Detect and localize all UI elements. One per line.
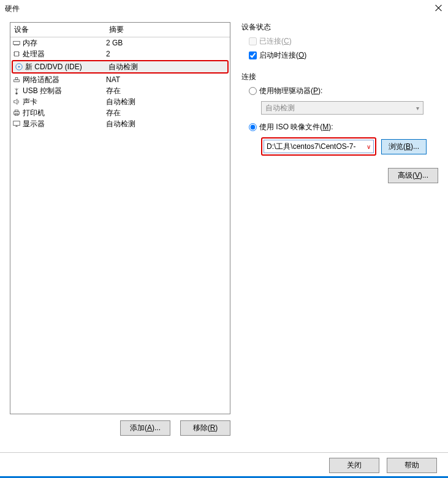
use-iso-input[interactable] xyxy=(249,123,257,131)
add-button[interactable]: 添加(A)... xyxy=(120,420,170,436)
device-summary: 存在 xyxy=(106,108,230,118)
usb-icon xyxy=(12,86,21,96)
svg-rect-0 xyxy=(13,41,20,44)
sound-icon xyxy=(12,97,21,107)
remove-button[interactable]: 移除(R) xyxy=(180,420,230,436)
memory-icon xyxy=(12,38,21,48)
device-summary: 2 xyxy=(106,50,230,58)
use-physical-radio[interactable]: 使用物理驱动器(P): xyxy=(249,86,438,96)
device-row[interactable]: 新 CD/DVD (IDE)自动检测 xyxy=(12,60,229,74)
close-button[interactable]: 关闭 xyxy=(329,458,379,473)
device-name: 显示器 xyxy=(23,119,45,129)
device-row[interactable]: 打印机存在 xyxy=(10,107,230,118)
device-row[interactable]: 内存2 GB xyxy=(10,37,230,48)
column-summary[interactable]: 摘要 xyxy=(105,25,230,35)
device-summary: NAT xyxy=(106,75,230,84)
device-name: 网络适配器 xyxy=(23,75,59,85)
device-name: USB 控制器 xyxy=(23,86,62,96)
svg-point-12 xyxy=(18,66,20,68)
svg-rect-14 xyxy=(15,78,18,80)
iso-path-combo[interactable]: D:\工具\centos7\CentOS-7- ∨ xyxy=(264,140,374,153)
advanced-button[interactable]: 高级(V)... xyxy=(388,168,438,183)
device-summary: 自动检测 xyxy=(106,97,230,107)
use-physical-input[interactable] xyxy=(249,87,257,95)
connection-title: 连接 xyxy=(241,72,438,82)
device-state-group: 设备状态 已连接(C) 启动时连接(O) xyxy=(241,22,438,61)
connect-at-power-input[interactable] xyxy=(249,51,257,59)
device-row[interactable]: 网络适配器NAT xyxy=(10,74,230,85)
connected-input xyxy=(249,37,257,45)
cpu-icon xyxy=(12,49,21,59)
svg-point-15 xyxy=(15,93,18,95)
device-name: 新 CD/DVD (IDE) xyxy=(25,62,82,72)
device-summary: 2 GB xyxy=(106,39,230,47)
svg-rect-13 xyxy=(14,80,20,82)
svg-rect-22 xyxy=(13,121,20,126)
connect-at-power-checkbox[interactable]: 启动时连接(O) xyxy=(249,50,438,61)
device-summary: 自动检测 xyxy=(106,119,230,129)
device-row[interactable]: USB 控制器存在 xyxy=(10,85,230,96)
device-row[interactable]: 声卡自动检测 xyxy=(10,96,230,107)
use-iso-radio[interactable]: 使用 ISO 映像文件(M): xyxy=(249,122,438,132)
device-summary: 自动检测 xyxy=(108,62,227,72)
device-state-title: 设备状态 xyxy=(241,22,438,32)
printer-icon xyxy=(12,108,21,118)
iso-path-value: D:\工具\centos7\CentOS-7- xyxy=(267,142,355,152)
svg-rect-6 xyxy=(15,52,19,56)
device-name: 打印机 xyxy=(23,108,45,118)
svg-rect-20 xyxy=(15,110,18,112)
window-title: 硬件 xyxy=(5,4,20,14)
chevron-down-icon: ▾ xyxy=(416,105,419,112)
help-button[interactable]: 帮助 xyxy=(387,458,437,473)
cd-icon xyxy=(14,62,24,72)
device-list: 设备 摘要 内存2 GB处理器2新 CD/DVD (IDE)自动检测网络适配器N… xyxy=(10,22,230,414)
device-summary: 存在 xyxy=(106,86,230,96)
connected-checkbox: 已连接(C) xyxy=(249,36,438,47)
device-name: 处理器 xyxy=(23,49,45,59)
chevron-down-icon[interactable]: ∨ xyxy=(366,143,371,150)
physical-drive-value: 自动检测 xyxy=(265,103,295,113)
physical-drive-combo: 自动检测 ▾ xyxy=(261,101,423,115)
browse-button[interactable]: 浏览(B)... xyxy=(381,139,427,154)
display-icon xyxy=(12,119,21,129)
device-name: 声卡 xyxy=(23,97,37,107)
network-icon xyxy=(12,75,21,85)
device-row[interactable]: 处理器2 xyxy=(10,48,230,59)
column-device[interactable]: 设备 xyxy=(10,25,105,35)
device-name: 内存 xyxy=(23,38,37,48)
device-row[interactable]: 显示器自动检测 xyxy=(10,118,230,129)
connection-group: 连接 使用物理驱动器(P): 自动检测 ▾ 使用 ISO 映像文件(M): xyxy=(241,72,438,156)
close-icon[interactable] xyxy=(435,4,443,12)
